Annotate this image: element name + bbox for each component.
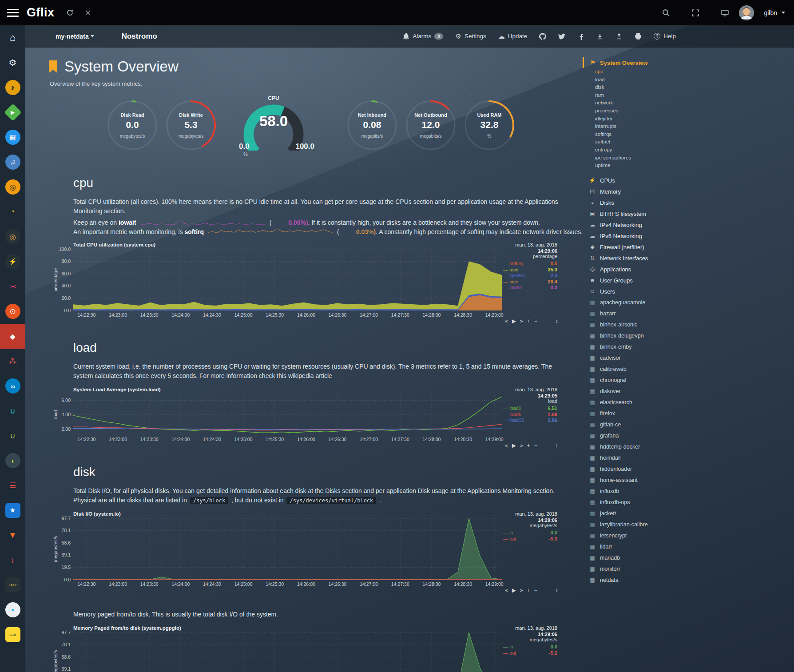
chart-toolbox[interactable]: «▶»+− <box>505 318 541 324</box>
menu-section-network-interfaces[interactable]: ⇅Network Interfaces <box>583 253 698 264</box>
menu-sub-cpu[interactable]: cpu <box>583 68 698 76</box>
menu-app-monitorr[interactable]: ▦monitorr <box>583 564 698 575</box>
search-icon[interactable] <box>662 9 670 17</box>
menu-sub-entropy[interactable]: entropy <box>583 146 698 154</box>
legend-row-in[interactable]: — in0.0 <box>503 644 557 650</box>
sidebar-app-gitlab[interactable]: ▼ <box>0 523 25 548</box>
zoom_in-button[interactable]: + <box>527 442 530 449</box>
sidebar-app-scissors[interactable]: ✂ <box>0 274 25 299</box>
sidebar-app-airsonic[interactable]: ♫ <box>0 150 25 175</box>
sidebar-app-tautulli[interactable]: ◎ <box>0 224 25 249</box>
pgpgio-chart[interactable]: Memory Paged from/to disk (system.pgpgio… <box>73 632 558 672</box>
export-icon[interactable] <box>615 33 623 40</box>
hostname[interactable]: Nostromo <box>122 32 157 41</box>
refresh-icon[interactable] <box>66 9 74 16</box>
zoom_out-button[interactable]: − <box>534 442 537 449</box>
menu-app-influxdb-ups[interactable]: ▦influxdb-ups <box>583 497 698 508</box>
facebook-icon[interactable] <box>577 33 584 40</box>
menu-sub-uptime[interactable]: uptime <box>583 162 698 170</box>
menu-section-ipv4-networking[interactable]: ☁IPv4 Networking <box>583 219 698 231</box>
menu-sub-idlejitter[interactable]: idlejitter <box>583 115 698 123</box>
softirq-sparkline[interactable] <box>204 228 336 236</box>
load-chart[interactable]: System Load Average (system.load)man. 13… <box>73 394 558 445</box>
chart-resize-handle[interactable]: ↕ <box>556 587 559 593</box>
gauge-used-ram[interactable]: Used RAM32.8% <box>464 95 515 158</box>
menu-sub-load[interactable]: load <box>583 76 698 84</box>
play-button[interactable]: ▶ <box>512 587 516 593</box>
gauge-disk-read[interactable]: Disk Read0.0megabytes/s <box>107 95 158 158</box>
menu-section-memory[interactable]: ▤Memory <box>583 186 698 197</box>
menu-sub-processes[interactable]: processes <box>583 107 698 115</box>
menu-section-user-groups[interactable]: ☻User Groups <box>583 275 698 286</box>
menu-app-binhex-emby[interactable]: ▦binhex-emby <box>583 342 698 353</box>
legend-row-out[interactable]: — out-5.3 <box>503 536 557 542</box>
hamburger-menu-icon[interactable] <box>7 9 19 17</box>
rewind-button[interactable]: « <box>505 442 508 449</box>
menu-sub-disk[interactable]: disk <box>583 84 698 91</box>
menu-app-chronograf[interactable]: ▦chronograf <box>583 375 698 386</box>
gauge-net-outbound[interactable]: Net Outbound12.0megabits/s <box>405 95 457 158</box>
sidebar-app-jackett[interactable]: ◎ <box>0 175 25 199</box>
sidebar-app-emby[interactable]: ▶ <box>0 100 25 125</box>
menu-section-users[interactable]: ☺Users <box>583 286 698 297</box>
sidebar-app-u-green[interactable]: ∪ <box>0 423 25 448</box>
sidebar-app-nextcloud[interactable]: ∞ <box>0 374 25 398</box>
zoom_out-button[interactable]: − <box>534 318 537 324</box>
sidebar-app-u-teal[interactable]: ∪ <box>0 398 25 423</box>
menu-app-firefox[interactable]: ▦firefox <box>583 408 698 419</box>
zoom_in-button[interactable]: + <box>527 318 530 324</box>
zoom_in-button[interactable]: + <box>527 587 530 593</box>
menu-app-letsencrypt[interactable]: ▦letsencrypt <box>583 530 698 541</box>
menu-section-applications[interactable]: ◎Applications <box>583 264 698 275</box>
menu-app-gitlab-ce[interactable]: ▦gitlab-ce <box>583 419 698 430</box>
menu-section-firewall-netfilter-[interactable]: ◆Firewall (netfilter) <box>583 242 698 253</box>
menu-app-binhex-delugevpn[interactable]: ▦binhex-delugevpn <box>583 330 698 342</box>
menu-app-mariadb[interactable]: ▦mariadb <box>583 553 698 564</box>
user-avatar[interactable] <box>739 5 754 20</box>
sidebar-app-drop[interactable]: ● <box>0 597 25 622</box>
menu-sub-network[interactable]: network <box>583 99 698 107</box>
menu-app-jackett[interactable]: ▦jackett <box>583 508 698 519</box>
menu-app-influxdb[interactable]: ▦influxdb <box>583 486 698 497</box>
legend-row-load1[interactable]: — load16.51 <box>503 406 557 412</box>
sidebar-app-portainer[interactable]: ▦ <box>0 125 25 150</box>
sidebar-app-ubuntu[interactable]: ⊙ <box>0 299 25 324</box>
menu-app-home-assistant[interactable]: ▦home-assistant <box>583 475 698 486</box>
gauge-net-inbound[interactable]: Net Inbound0.08megabits/s <box>346 95 398 158</box>
menu-app-grafana[interactable]: ▦grafana <box>583 430 698 441</box>
sidebar-app-settings[interactable]: ⚙ <box>0 50 25 75</box>
menu-app-hiddenloader[interactable]: ▦hiddenloader <box>583 464 698 475</box>
sidebar-app-radarr[interactable]: ◔ <box>0 199 25 224</box>
menu-app-elasticsearch[interactable]: ▦elasticsearch <box>583 397 698 408</box>
iowait-sparkline[interactable] <box>136 219 269 227</box>
menu-app-diskover[interactable]: ▦diskover <box>583 386 698 397</box>
fullscreen-icon[interactable] <box>691 9 699 17</box>
legend-row-out[interactable]: — out-5.2 <box>503 650 557 656</box>
rewind-button[interactable]: « <box>505 318 508 324</box>
legend-row-nice[interactable]: — nice20.4 <box>503 279 557 285</box>
sidebar-app-plex[interactable]: › <box>0 75 25 100</box>
legend-row-system[interactable]: — system2.3 <box>503 273 557 279</box>
forward-button[interactable]: » <box>520 442 523 449</box>
menu-app-lazylibrarian-calibre[interactable]: ▦lazylibrarian-calibre <box>583 519 698 530</box>
legend-row-softirq[interactable]: — softirq0.0 <box>503 261 557 267</box>
menu-app-cadvisor[interactable]: ▦cadvisor <box>583 353 698 364</box>
legend-row-load15[interactable]: — load152.06 <box>503 418 557 424</box>
help-button[interactable]: ? Help <box>654 33 676 40</box>
play-button[interactable]: ▶ <box>512 318 516 324</box>
menu-app-calibreweb[interactable]: ▦calibreweb <box>583 364 698 375</box>
disk-io-chart[interactable]: Disk I/O (system.io)man. 13. aug. 201814… <box>73 518 558 590</box>
sidebar-app-duplicati[interactable]: ◗ <box>0 448 25 473</box>
menu-section-ipv6-networking[interactable]: ☁IPv6 Networking <box>583 231 698 242</box>
github-icon[interactable] <box>539 33 546 40</box>
chart-resize-handle[interactable]: ↕ <box>556 318 559 324</box>
user-menu[interactable]: gilbn <box>764 9 785 16</box>
menu-sub-ram[interactable]: ram <box>583 91 698 99</box>
print-icon[interactable] <box>635 33 642 40</box>
menu-section-btrfs-filesystem[interactable]: ▣BTRFS filesystem <box>583 208 698 219</box>
sidebar-app-heimdall[interactable]: ★ <box>0 498 25 523</box>
menu-app-lidarr[interactable]: ▦lidarr <box>583 541 698 553</box>
gauge-disk-write[interactable]: Disk Write5.3megabytes/s <box>165 95 217 158</box>
server-dropdown[interactable]: my-netdata <box>56 33 94 40</box>
legend-row-user[interactable]: — user35.3 <box>503 267 557 273</box>
